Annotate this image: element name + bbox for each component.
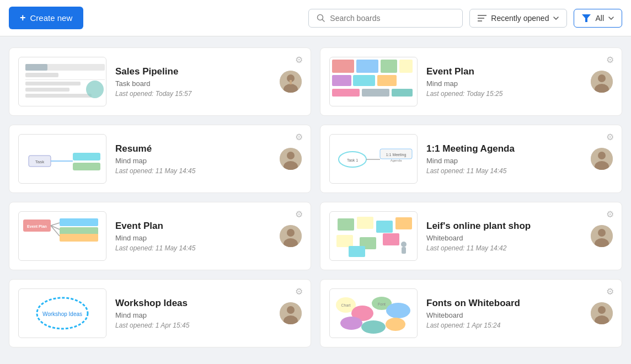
- svg-rect-12: [25, 94, 92, 98]
- create-new-button[interactable]: + Create new: [9, 7, 83, 29]
- svg-point-80: [386, 303, 410, 318]
- board-title: Workshop Ideas: [115, 298, 271, 309]
- board-card-fonts-whiteboard[interactable]: Chart Font Fonts on Whiteboard Whiteboar…: [320, 279, 622, 347]
- svg-rect-35: [73, 163, 100, 170]
- svg-rect-54: [60, 227, 98, 235]
- search-icon: [317, 14, 325, 23]
- board-info-event1: Event Plan Mind map Last opened: Today 1…: [426, 66, 582, 98]
- board-type: Mind map: [115, 157, 271, 165]
- svg-rect-68: [402, 247, 406, 254]
- svg-point-87: [598, 306, 606, 314]
- avatar: [280, 148, 302, 170]
- board-thumbnail-sales: [18, 57, 106, 106]
- svg-rect-53: [60, 218, 98, 226]
- filter-button[interactable]: All: [574, 9, 622, 28]
- svg-line-50: [51, 223, 60, 226]
- svg-rect-59: [338, 218, 354, 231]
- board-thumbnail-event1: [329, 57, 418, 106]
- header: + Create new Recently opened All: [0, 0, 631, 36]
- board-thumbnail-resume: Task: [18, 134, 106, 184]
- avatar: [280, 71, 302, 93]
- board-title: Leif's online plant shop: [426, 221, 582, 232]
- board-type: Mind map: [115, 311, 271, 319]
- svg-text:1:1 Meeting: 1:1 Meeting: [386, 153, 407, 157]
- gear-icon[interactable]: ⚙: [295, 55, 303, 65]
- board-thumbnail-workshop: Workshop Ideas: [18, 288, 106, 338]
- recently-opened-label: Recently opened: [491, 14, 549, 23]
- board-title: Sales Pipeline: [115, 66, 271, 77]
- svg-rect-17: [290, 80, 292, 84]
- board-thumbnail-leif: [329, 211, 418, 261]
- avatar: [591, 302, 613, 324]
- plus-icon: +: [20, 12, 26, 24]
- filter-label: All: [595, 14, 604, 23]
- svg-rect-23: [353, 75, 375, 86]
- svg-rect-11: [25, 88, 69, 92]
- svg-text:Workshop Ideas: Workshop Ideas: [42, 311, 82, 317]
- board-card-workshop-ideas[interactable]: Workshop Ideas Workshop Ideas Mind map L…: [9, 279, 311, 347]
- svg-rect-9: [25, 79, 105, 80]
- board-title: Resumé: [115, 143, 271, 154]
- board-thumbnail-fonts: Chart Font: [329, 288, 418, 338]
- search-input[interactable]: [330, 14, 454, 23]
- gear-icon[interactable]: ⚙: [295, 209, 303, 220]
- svg-rect-19: [356, 60, 378, 73]
- gear-icon[interactable]: ⚙: [295, 132, 303, 142]
- board-card-meeting-agenda[interactable]: Task 1 1:1 Meeting Agenda 1:1 Meeting Ag…: [320, 125, 622, 193]
- svg-text:Font: Font: [378, 302, 386, 306]
- board-date: Last opened: 11 May 14:45: [426, 167, 582, 175]
- svg-rect-27: [392, 89, 413, 97]
- gear-icon[interactable]: ⚙: [606, 286, 614, 297]
- svg-rect-55: [60, 234, 98, 242]
- board-card-event-plan-2[interactable]: Event Plan Event Plan Mind map Last open…: [9, 202, 311, 270]
- board-type: Mind map: [426, 79, 582, 88]
- board-title: Event Plan: [115, 221, 271, 232]
- svg-point-57: [287, 229, 295, 237]
- svg-rect-18: [332, 60, 354, 73]
- board-type: Mind map: [426, 157, 582, 165]
- svg-point-13: [86, 81, 104, 98]
- recently-opened-button[interactable]: Recently opened: [469, 9, 567, 28]
- svg-rect-10: [25, 82, 81, 85]
- svg-rect-26: [362, 89, 389, 97]
- board-type: Task board: [115, 79, 271, 88]
- svg-line-1: [323, 19, 325, 22]
- gear-icon[interactable]: ⚙: [295, 286, 303, 297]
- svg-point-70: [598, 229, 606, 237]
- filter-chevron-icon: [608, 17, 614, 20]
- filter-icon: [582, 14, 591, 22]
- svg-rect-66: [349, 246, 365, 257]
- svg-rect-60: [357, 217, 373, 229]
- board-card-sales-pipeline[interactable]: Sales Pipeline Task board Last opened: T…: [9, 47, 311, 116]
- board-title: Fonts on Whiteboard: [426, 298, 582, 309]
- board-title: Event Plan: [426, 66, 582, 77]
- board-info-workshop: Workshop Ideas Mind map Last opened: 1 A…: [115, 298, 271, 329]
- svg-point-46: [598, 152, 606, 159]
- svg-text:Task 1: Task 1: [347, 158, 358, 162]
- svg-point-37: [287, 152, 295, 159]
- svg-rect-25: [332, 89, 360, 97]
- board-info-sales: Sales Pipeline Task board Last opened: T…: [115, 66, 271, 98]
- svg-text:Event Plan: Event Plan: [27, 224, 47, 228]
- gear-icon[interactable]: ⚙: [606, 209, 614, 220]
- search-box: [308, 9, 463, 28]
- board-card-leif-shop[interactable]: Leif's online plant shop Whiteboard Last…: [320, 202, 622, 270]
- board-card-event-plan-1[interactable]: Event Plan Mind map Last opened: Today 1…: [320, 47, 622, 116]
- avatar: [280, 302, 302, 324]
- gear-icon[interactable]: ⚙: [606, 132, 614, 142]
- board-info-meeting: 1:1 Meeting Agenda Mind map Last opened:…: [426, 143, 582, 175]
- svg-point-82: [361, 320, 386, 334]
- board-card-resume[interactable]: Task Resumé Mind map Last opened: 11 May…: [9, 125, 311, 193]
- svg-rect-61: [376, 221, 393, 233]
- svg-text:Agenda: Agenda: [391, 159, 402, 162]
- svg-rect-24: [377, 75, 397, 86]
- avatar: [591, 225, 613, 247]
- board-date: Last opened: 11 May 14:45: [115, 244, 271, 252]
- boards-grid: Sales Pipeline Task board Last opened: T…: [0, 36, 631, 358]
- chevron-down-icon: [553, 17, 559, 20]
- gear-icon[interactable]: ⚙: [606, 55, 614, 65]
- board-title: 1:1 Meeting Agenda: [426, 143, 582, 154]
- svg-rect-63: [336, 235, 353, 247]
- board-info-leif: Leif's online plant shop Whiteboard Last…: [426, 221, 582, 252]
- create-new-label: Create new: [30, 13, 73, 23]
